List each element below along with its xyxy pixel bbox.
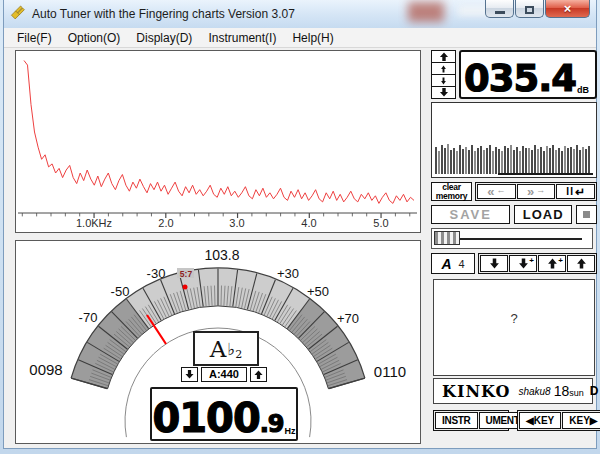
note-down-semitone-button[interactable]: + bbox=[509, 255, 537, 272]
menu-help[interactable]: Help(H) bbox=[284, 29, 341, 47]
arrow-up-icon bbox=[547, 258, 558, 269]
control-column: 035.4 dB clear memory « ← » bbox=[431, 50, 597, 432]
instrument-size-unit: sun bbox=[569, 388, 584, 398]
spectrum-panel: 1.0KHz 2.0 3.0 4.0 5.0 bbox=[15, 50, 421, 233]
memory-bar bbox=[534, 145, 536, 174]
memory-bar bbox=[555, 150, 557, 174]
memory-bar bbox=[531, 150, 533, 174]
octave-indicator-button[interactable]: A 4 bbox=[431, 253, 475, 274]
x-tick-label: 2.0 bbox=[158, 217, 173, 229]
instrument-size: 18 bbox=[554, 383, 570, 399]
save-button[interactable]: SAVE bbox=[431, 205, 510, 224]
key-button-group: ◀KEY KEY▶ bbox=[517, 410, 600, 431]
level-fast-down-button[interactable] bbox=[431, 86, 456, 99]
key-up-button[interactable]: KEY▶ bbox=[562, 412, 600, 429]
x-tick-label: 1.0KHz bbox=[76, 217, 112, 229]
memory-bar bbox=[561, 151, 563, 174]
gauge-peak-frequency: 103.8 bbox=[204, 247, 239, 263]
memory-bar bbox=[564, 146, 566, 174]
memory-bar bbox=[525, 148, 527, 174]
memory-bar bbox=[567, 148, 569, 174]
minimize-icon bbox=[495, 11, 505, 14]
pause-button[interactable]: II ↵ bbox=[556, 184, 595, 199]
memory-bar bbox=[504, 146, 506, 174]
memory-bar bbox=[459, 145, 461, 174]
memory-bar bbox=[486, 148, 488, 174]
load-option-button[interactable] bbox=[576, 205, 597, 224]
maximize-button[interactable] bbox=[515, 0, 544, 18]
title-bar: Auto Tuner with the Fingering charts Ver… bbox=[4, 0, 596, 29]
memory-bar bbox=[441, 145, 443, 174]
plus-icon: + bbox=[529, 256, 534, 265]
memory-bar bbox=[576, 145, 578, 174]
forward-button[interactable]: » → bbox=[517, 184, 556, 199]
key-down-button[interactable]: ◀KEY bbox=[519, 412, 561, 429]
background-window-artifact bbox=[408, 2, 444, 22]
memory-bar bbox=[450, 150, 452, 174]
close-button[interactable]: × bbox=[545, 0, 590, 18]
pause-icon: II bbox=[566, 186, 574, 197]
maximize-icon bbox=[525, 6, 534, 14]
note-a-label: A bbox=[441, 256, 451, 272]
memory-bar bbox=[435, 147, 437, 174]
menu-display[interactable]: Display(D) bbox=[128, 29, 200, 47]
rewind-button[interactable]: « ← bbox=[477, 184, 516, 199]
memory-bar bbox=[498, 149, 500, 174]
flat-icon: ♭ bbox=[227, 339, 235, 359]
memory-bar bbox=[477, 148, 479, 174]
instrument-prev-button[interactable]: INSTR bbox=[435, 412, 478, 429]
memory-bar bbox=[468, 150, 470, 174]
load-button[interactable]: LOAD bbox=[514, 205, 572, 224]
fingering-placeholder: ? bbox=[510, 311, 517, 326]
instrument-key: D bbox=[590, 384, 599, 398]
square-icon bbox=[583, 211, 590, 218]
reference-pitch-down-button[interactable] bbox=[181, 367, 198, 382]
gauge-scale-label: -50 bbox=[111, 284, 130, 299]
window-title: Auto Tuner with the Fingering charts Ver… bbox=[32, 7, 295, 21]
slider-handle[interactable] bbox=[434, 231, 460, 245]
memory-bar bbox=[489, 145, 491, 174]
menu-file[interactable]: File(F) bbox=[9, 29, 60, 47]
reference-pitch-display: A:440 bbox=[201, 367, 247, 382]
instrument-brand: KINKO bbox=[442, 382, 510, 401]
note-up-button[interactable] bbox=[567, 255, 595, 272]
harmonic-marker-dot bbox=[183, 285, 188, 290]
memory-bar bbox=[582, 147, 584, 174]
reference-pitch-up-button[interactable] bbox=[250, 367, 267, 382]
gauge-range-min: 0098 bbox=[29, 361, 62, 378]
tuning-gauge-panel: 5:7 103.8 -30 -50 -70 +30 +50 +70 0098 0… bbox=[15, 240, 421, 444]
memory-bar bbox=[471, 145, 473, 174]
reference-pitch-row: A:440 bbox=[179, 366, 269, 382]
arrow-strong-up-icon bbox=[439, 52, 449, 61]
tuning-fork-icon bbox=[10, 5, 27, 22]
arrow-down-icon bbox=[185, 370, 194, 379]
memory-bar bbox=[519, 151, 521, 174]
memory-bar bbox=[495, 147, 497, 174]
rewind-arrow-icon: ← bbox=[496, 185, 505, 195]
slider-track[interactable] bbox=[460, 238, 582, 240]
return-arrow-icon: ↵ bbox=[575, 185, 585, 199]
memory-bar bbox=[546, 146, 548, 174]
level-meter-display: 035.4 dB bbox=[459, 50, 597, 99]
note-step-button-group: + + bbox=[478, 253, 597, 274]
memory-baseline bbox=[498, 173, 593, 175]
memory-bar bbox=[558, 148, 560, 174]
harmonic-marker-label: 5:7 bbox=[180, 269, 193, 279]
level-value: 035.4 bbox=[464, 62, 576, 95]
memory-bar bbox=[480, 146, 482, 174]
note-down-button[interactable] bbox=[480, 255, 508, 272]
clear-memory-button[interactable]: clear memory bbox=[431, 182, 472, 201]
forward-icon: » bbox=[527, 185, 534, 198]
fingering-chart-panel: ? bbox=[433, 279, 595, 376]
minimize-button[interactable] bbox=[485, 0, 514, 18]
playback-button-group: « ← » → II ↵ bbox=[475, 182, 597, 201]
level-unit: dB bbox=[577, 85, 589, 95]
arrow-up-icon bbox=[576, 258, 587, 269]
menu-instrument[interactable]: Instrument(I) bbox=[200, 29, 284, 47]
memory-bar bbox=[516, 147, 518, 174]
memory-bar bbox=[483, 150, 485, 174]
note-up-semitone-button[interactable]: + bbox=[538, 255, 566, 272]
memory-level-bars bbox=[435, 142, 593, 174]
memory-bar bbox=[528, 148, 530, 174]
menu-option[interactable]: Option(O) bbox=[60, 29, 129, 47]
